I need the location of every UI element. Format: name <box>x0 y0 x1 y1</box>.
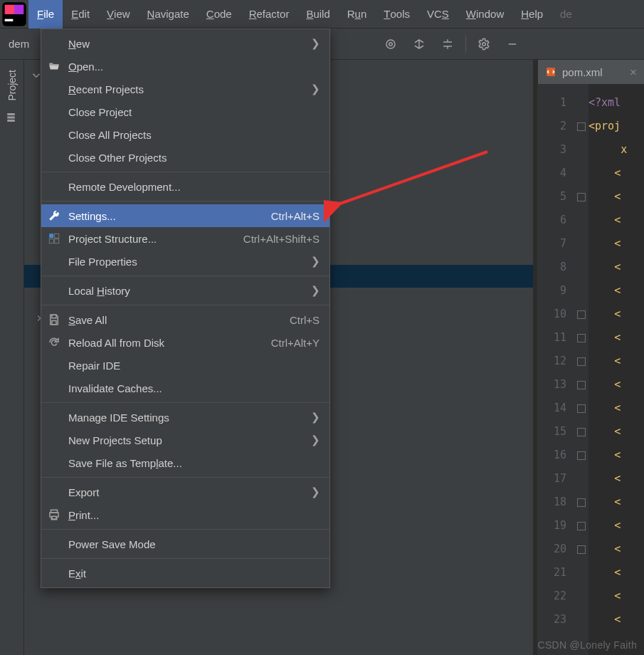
menu-file[interactable]: File <box>28 0 63 28</box>
reload-icon <box>47 336 61 349</box>
structure-icon <box>47 232 61 245</box>
collapse-all-icon[interactable] <box>436 32 460 56</box>
menu-item-label: New Projects Setup <box>68 434 298 446</box>
menu-refactor[interactable]: Refactor <box>241 0 298 28</box>
menu-item-recent-projects[interactable]: Recent Projects❯ <box>41 78 329 100</box>
breadcrumb-root: dem <box>9 38 29 50</box>
fold-marker[interactable] <box>577 381 586 389</box>
fold-marker[interactable] <box>577 522 586 530</box>
menu-item-label: Export <box>68 486 298 498</box>
close-tab-icon[interactable]: × <box>630 66 637 78</box>
svg-rect-13 <box>49 239 53 243</box>
menu-item-settings[interactable]: Settings...Ctrl+Alt+S <box>41 204 329 227</box>
editor-tab-pom[interactable]: pom.xml × <box>537 60 644 84</box>
menu-item-save-all[interactable]: Save AllCtrl+S <box>41 308 329 331</box>
menu-navigate[interactable]: Navigate <box>139 0 198 28</box>
menu-build[interactable]: Build <box>297 0 338 28</box>
menu-item-label: Reload All from Disk <box>68 337 255 349</box>
menu-item-label: Print... <box>68 509 320 521</box>
menu-item-new-projects-setup[interactable]: New Projects Setup❯ <box>41 429 329 451</box>
menu-item-label: Invalidate Caches... <box>68 382 320 394</box>
menu-item-label: Save File as Template... <box>68 457 320 469</box>
fold-marker[interactable] <box>577 310 586 319</box>
menu-item-print[interactable]: Print... <box>41 503 329 526</box>
menu-window[interactable]: Window <box>458 0 512 28</box>
hide-tool-window-icon[interactable] <box>500 32 524 56</box>
submenu-arrow-icon: ❯ <box>311 411 320 424</box>
editor-gutter: 1234567891011121314151617181920212223 <box>537 84 574 655</box>
menu-item-reload-all-from-disk[interactable]: Reload All from DiskCtrl+Alt+Y <box>41 331 329 354</box>
editor[interactable]: 1234567891011121314151617181920212223 <?… <box>537 84 644 655</box>
menu-item-save-file-as-template[interactable]: Save File as Template... <box>41 451 329 474</box>
print-icon <box>47 508 61 521</box>
menu-item-close-all-projects[interactable]: Close All Projects <box>41 123 329 146</box>
open-icon <box>47 60 61 73</box>
menu-item-power-save-mode[interactable]: Power Save Mode <box>41 533 329 555</box>
menu-code[interactable]: Code <box>198 0 241 28</box>
svg-rect-16 <box>52 321 56 325</box>
fold-marker[interactable] <box>577 193 586 201</box>
expand-all-icon[interactable] <box>407 32 431 56</box>
menu-shortcut: Ctrl+Alt+Shift+S <box>243 233 320 245</box>
fold-marker[interactable] <box>577 498 586 507</box>
menu-item-remote-development[interactable]: Remote Development... <box>41 175 329 198</box>
gear-icon[interactable] <box>472 32 496 56</box>
menu-view[interactable]: View <box>98 0 139 28</box>
fold-marker[interactable] <box>577 451 586 460</box>
svg-rect-1 <box>5 4 14 14</box>
fold-marker[interactable] <box>577 545 586 554</box>
menu-run[interactable]: Run <box>339 0 376 28</box>
svg-rect-18 <box>52 516 56 519</box>
fold-marker[interactable] <box>577 404 586 413</box>
project-tool-window-button[interactable]: Project <box>6 70 18 101</box>
menu-shortcut: Ctrl+Alt+Y <box>271 337 320 349</box>
menu-item-exit[interactable]: Exit <box>41 562 329 585</box>
menu-item-local-history[interactable]: Local History❯ <box>41 279 329 302</box>
svg-point-5 <box>389 43 393 46</box>
menu-tools[interactable]: Tools <box>375 0 418 28</box>
menu-item-invalidate-caches[interactable]: Invalidate Caches... <box>41 377 329 399</box>
svg-point-6 <box>482 43 486 46</box>
submenu-arrow-icon: ❯ <box>311 37 320 50</box>
menu-item-label: Close Project <box>68 106 320 118</box>
editor-toolbar <box>373 28 530 60</box>
fold-marker[interactable] <box>577 428 586 436</box>
menu-item-manage-ide-settings[interactable]: Manage IDE Settings❯ <box>41 406 329 429</box>
fold-marker[interactable] <box>577 334 586 342</box>
svg-rect-7 <box>7 113 15 115</box>
menu-item-open[interactable]: Open... <box>41 55 329 78</box>
menu-vcs[interactable]: VCS <box>418 0 458 28</box>
menu-item-label: Power Save Mode <box>68 538 320 550</box>
menu-item-project-structure[interactable]: Project Structure...Ctrl+Alt+Shift+S <box>41 227 329 250</box>
structure-tool-icon[interactable] <box>6 111 19 126</box>
menu-item-label: Close All Projects <box>68 129 320 141</box>
toolbar-separator <box>465 36 466 53</box>
menu-separator <box>41 402 329 403</box>
menu-item-label: Exit <box>68 567 320 580</box>
editor-tab-label: pom.xml <box>562 66 603 78</box>
menu-item-repair-ide[interactable]: Repair IDE <box>41 354 329 377</box>
fold-marker[interactable] <box>577 122 586 131</box>
save-icon <box>47 313 61 326</box>
watermark: CSDN @Lonely Faith <box>538 639 637 651</box>
breadcrumb[interactable]: dem <box>0 38 29 50</box>
menu-item-file-properties[interactable]: File Properties❯ <box>41 250 329 273</box>
menu-separator <box>41 172 329 172</box>
menu-help[interactable]: Help <box>512 0 551 28</box>
menu-item-close-project[interactable]: Close Project <box>41 100 329 123</box>
menu-item-label: Open... <box>68 61 320 73</box>
fold-marker[interactable] <box>577 357 586 366</box>
menu-item-close-other-projects[interactable]: Close Other Projects <box>41 146 329 169</box>
menu-item-export[interactable]: Export❯ <box>41 481 329 503</box>
app-icon <box>0 0 28 28</box>
select-file-icon[interactable] <box>379 32 403 56</box>
xml-file-icon <box>545 66 556 78</box>
menu-item-new[interactable]: New❯ <box>41 32 329 55</box>
svg-rect-14 <box>55 239 59 243</box>
submenu-arrow-icon: ❯ <box>311 434 320 446</box>
svg-rect-9 <box>7 120 15 122</box>
svg-rect-11 <box>49 234 53 238</box>
editor-code[interactable]: <?xml <proj x < < < < < < < < < < < < < … <box>588 84 644 655</box>
menu-edit[interactable]: Edit <box>63 0 98 28</box>
menu-separator <box>41 201 329 201</box>
